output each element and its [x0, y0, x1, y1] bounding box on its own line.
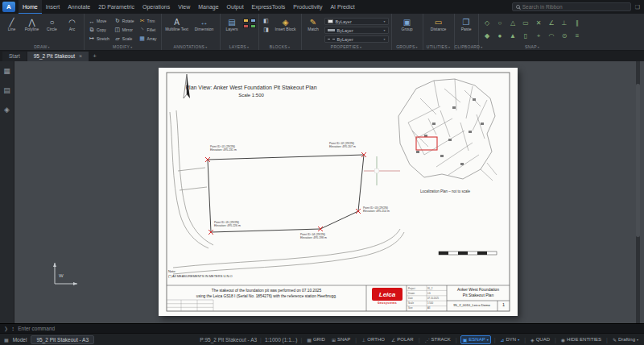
menu-operations[interactable]: Operations — [138, 0, 174, 14]
snap-node-icon[interactable]: △ — [507, 17, 519, 29]
command-line[interactable]: ❯ : Enter command — [0, 323, 644, 333]
color-dropdown[interactable]: ByLayer ▾ — [324, 18, 389, 25]
layer-color-icon[interactable] — [243, 24, 249, 28]
layer-color-icon[interactable] — [243, 19, 249, 23]
block-tool-1[interactable]: ◧ — [262, 17, 271, 25]
stretch-button[interactable]: ↦Stretch — [87, 35, 111, 43]
multiline-text-button[interactable]: A Multiline Text — [164, 15, 190, 32]
drawing-sheet[interactable]: Plan View: Anker West Foundation Pit Sta… — [159, 68, 518, 316]
snap-tangent-icon[interactable]: ◠ — [546, 30, 558, 42]
snap-midpoint-icon[interactable]: ◇ — [481, 17, 493, 29]
drawing-canvas[interactable]: Plan View: Anker West Foundation Pit Sta… — [14, 61, 640, 323]
polyline-button[interactable]: ⋀ Polyline — [23, 15, 41, 32]
group-label-blocks[interactable]: BLOCKS▾ — [259, 44, 301, 49]
group-label-modify[interactable]: MODIFY▾ — [85, 44, 161, 49]
group-label-annotations[interactable]: ANNOTATIONS▾ — [162, 44, 220, 49]
chevron-down-icon[interactable]: ▾ — [637, 338, 638, 342]
toggle-drafting[interactable]: ✎Drafting▾ — [611, 335, 640, 344]
toggle-grid[interactable]: ▦GRID — [305, 335, 327, 344]
group-label-snap[interactable]: SNAP▾ — [479, 44, 586, 49]
snap-quadrant-icon[interactable]: ▯ — [520, 30, 532, 42]
snap-perpendicular-icon[interactable]: ⊥ — [559, 17, 571, 29]
blocks-panel-icon[interactable]: ◈ — [2, 105, 12, 114]
snap-angle-icon[interactable]: ∠ — [546, 17, 558, 29]
layer-color-icon[interactable] — [250, 19, 256, 23]
toggle-polar[interactable]: ∠POLAR — [390, 335, 415, 344]
toggle-strack[interactable]: ⋰STRACK — [423, 335, 452, 344]
toggle-ortho[interactable]: ⊥ORTHO — [360, 335, 386, 344]
fillet-button[interactable]: ◝Fillet — [138, 26, 159, 34]
close-icon[interactable]: × — [79, 53, 82, 59]
annotation-scale[interactable]: 1:1000 (1:1...) — [265, 337, 297, 343]
menu-manage[interactable]: Manage — [194, 0, 222, 14]
command-input-text[interactable]: Enter command — [18, 326, 55, 331]
copy-button[interactable]: ⧉Copy — [87, 26, 111, 34]
menu-home[interactable]: Home — [19, 0, 42, 14]
scale-button[interactable]: ▱Scale — [113, 35, 136, 43]
group-label-draw[interactable]: DRAW▾ — [0, 44, 84, 49]
menu-annotate[interactable]: Annotate — [64, 0, 94, 14]
menu-expresstools[interactable]: ExpressTools — [248, 0, 290, 14]
layer-color-icon[interactable] — [250, 24, 256, 28]
add-tab-button[interactable]: + — [89, 52, 100, 61]
group-button[interactable]: ▣ Group — [394, 15, 420, 32]
circle-button[interactable]: ○ Circle — [43, 15, 61, 32]
snap-from-icon[interactable]: + — [533, 30, 545, 42]
ribbon-search-box[interactable] — [512, 2, 631, 11]
paste-button[interactable]: ❐ Paste — [457, 15, 476, 32]
snap-insertion-icon[interactable]: ● — [494, 30, 506, 42]
snap-none-icon[interactable]: ≡ — [572, 30, 584, 42]
group-label-clipboard[interactable]: CLIPBOARD▾ — [455, 44, 478, 49]
trim-button[interactable]: ✂Trim — [138, 17, 159, 25]
menu-ai-predict[interactable]: AI Predict — [326, 0, 358, 14]
block-tool-2[interactable]: ◨ — [262, 26, 271, 34]
match-properties-button[interactable]: ✎ Match — [304, 15, 323, 32]
arc-button[interactable]: ◠ Arc — [63, 15, 81, 32]
line-button[interactable]: ╱ Line — [2, 15, 21, 32]
scrollbar-thumb[interactable] — [636, 84, 640, 237]
dimension-button[interactable]: ↔ Dimension — [192, 15, 217, 32]
snap-nearest-icon[interactable]: ▲ — [507, 30, 519, 42]
group-label-layers[interactable]: LAYERS▾ — [221, 44, 258, 49]
mirror-button[interactable]: ◫Mirror — [113, 26, 136, 34]
tab-95-2-pit-stakeout[interactable]: 95_2 Pit Stakeout× — [27, 52, 89, 61]
menu-productivity[interactable]: Productivity — [289, 0, 326, 14]
properties-panel-icon[interactable]: ▦ — [2, 66, 12, 76]
lineweight-dropdown[interactable]: ByLayer ▾ — [324, 27, 389, 34]
group-label-properties[interactable]: PROPERTIES▾ — [302, 44, 391, 49]
snap-geometric-center-icon[interactable]: ⊙ — [559, 30, 571, 42]
model-button[interactable]: Model — [13, 337, 27, 343]
toggle-dyn[interactable]: ⊿DYN▾ — [499, 335, 522, 344]
menu-view[interactable]: View — [174, 0, 194, 14]
layers-button[interactable]: ▤ Layers — [223, 15, 242, 32]
rotate-button[interactable]: ↻Rotate — [113, 17, 136, 25]
snap-extension-icon[interactable]: ▭ — [520, 17, 532, 29]
toggle-hide-entities[interactable]: ◉HIDE ENTITIES — [559, 335, 603, 344]
array-button[interactable]: ▦Array — [138, 35, 159, 43]
paper-space-label[interactable]: P:95_2 Pit Stakeout - A3 — [200, 337, 257, 343]
menu-2d-parametric[interactable]: 2D Parametric — [94, 0, 138, 14]
chevron-down-icon[interactable]: ▾ — [487, 338, 489, 342]
insert-block-button[interactable]: ◈ Insert Block — [273, 15, 299, 32]
layout-tab-chip[interactable]: 95_2 Pit Stakeout - A3 — [31, 335, 94, 344]
chevron-down-icon[interactable]: ▾ — [518, 338, 519, 342]
toggle-quad[interactable]: ◈QUAD — [529, 335, 551, 344]
app-logo[interactable]: A — [2, 2, 15, 12]
layers-panel-icon[interactable]: ▤ — [2, 85, 12, 95]
group-label-utilities[interactable]: UTILITIES▾ — [423, 44, 454, 49]
menu-output[interactable]: Output — [223, 0, 248, 14]
snap-center-icon[interactable]: ○ — [494, 17, 506, 29]
linetype-dropdown[interactable]: ByLayer ▾ — [324, 35, 389, 43]
snap-endpoint-icon[interactable]: ◆ — [481, 30, 493, 42]
move-button[interactable]: ↔Move — [87, 17, 111, 25]
vertical-scrollbar[interactable] — [636, 61, 640, 323]
toggle-snap[interactable]: ⊞SNAP — [330, 335, 352, 344]
snap-parallel-icon[interactable]: ∥ — [572, 17, 584, 29]
menu-insert[interactable]: Insert — [42, 0, 64, 14]
ribbon-options-icon[interactable]: ❏ — [635, 4, 640, 10]
distance-button[interactable]: ▭ Distance — [426, 15, 452, 32]
tab-start[interactable]: Start — [2, 52, 27, 61]
toggle-esnap[interactable]: ▣ESNAP▾ — [460, 335, 491, 344]
search-input[interactable] — [522, 4, 627, 10]
snap-intersection-icon[interactable]: ✕ — [533, 17, 545, 29]
